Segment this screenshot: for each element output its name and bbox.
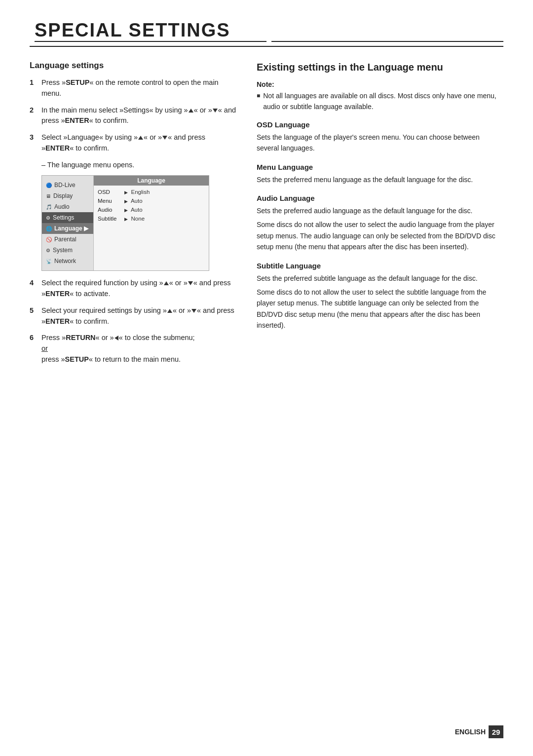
- page-title: SPECIAL SETTINGS: [30, 20, 503, 47]
- subtitle-language-section: Subtitle Language Sets the preferred sub…: [257, 262, 503, 331]
- menu-language-section: Menu Language Sets the preferred menu la…: [257, 163, 503, 185]
- menu-language-title: Menu Language: [257, 163, 503, 171]
- arrow-auto1: ▶: [124, 199, 128, 204]
- value-osd: ▶ English: [124, 188, 150, 196]
- step-4-num: 4: [30, 278, 38, 300]
- up-arrow-icon-3: [164, 281, 169, 285]
- setup-keyword-2: SETUP: [65, 355, 89, 363]
- down-arrow-icon-3: [188, 281, 193, 285]
- menu-settings: ⚙ Settings: [42, 212, 93, 223]
- footer-language: ENGLISH: [455, 728, 486, 736]
- value-audio: ▶ Auto: [124, 205, 150, 214]
- title-rule: [271, 41, 503, 42]
- menu-network: 📡 Network: [42, 256, 93, 266]
- step-1: 1 Press »SETUP« on the remote control to…: [30, 77, 237, 99]
- step-5: 5 Select your required settings by using…: [30, 305, 237, 327]
- steps-list: 1 Press »SETUP« on the remote control to…: [30, 77, 237, 154]
- or-text: or: [41, 344, 48, 352]
- up-arrow-icon-1: [189, 109, 193, 113]
- menu-system: ⚙ System: [42, 245, 93, 256]
- step-6-num: 6: [30, 333, 38, 365]
- down-arrow-icon-4: [191, 309, 196, 313]
- enter-keyword-1: ENTER: [65, 116, 89, 124]
- subtitle-language-text-1: Sets the preferred subtitle language as …: [257, 273, 503, 284]
- arrow-none: ▶: [124, 217, 128, 222]
- bd-live-icon: 🔵: [46, 183, 52, 188]
- label-osd: OSD: [98, 188, 116, 196]
- enter-keyword-2: ENTER: [45, 144, 70, 152]
- parental-label: Parental: [54, 236, 76, 243]
- down-arrow-icon-1: [213, 109, 218, 113]
- label-audio: Audio: [98, 205, 116, 214]
- steps-list-2: 4 Select the required function by using …: [30, 278, 237, 365]
- label-menu: Menu: [98, 196, 116, 205]
- system-icon: ⚙: [46, 248, 50, 253]
- note-title: Note:: [257, 80, 503, 88]
- menu-main-header: Language: [94, 176, 209, 186]
- network-label: Network: [54, 258, 76, 265]
- menu-screenshot: 🔵 BD-Live 🖥 Display 🎵 Audio ⚙ Settings 🌐: [41, 175, 209, 271]
- value-subtitle: ▶ None: [124, 214, 150, 223]
- step-4-content: Select the required function by using »«…: [41, 278, 237, 300]
- step-5-content: Select your required settings by using »…: [41, 305, 237, 327]
- osd-language-title: OSD Language: [257, 120, 503, 129]
- note-item: ■ Not all languages are available on all…: [257, 90, 503, 113]
- language-label: Language ▶: [54, 225, 88, 232]
- footer: ENGLISH 29: [455, 725, 503, 738]
- language-icon: 🌐: [46, 226, 52, 231]
- label-subtitle: Subtitle: [98, 214, 116, 223]
- menu-labels: OSD Menu Audio Subtitle: [94, 186, 120, 225]
- settings-icon: ⚙: [46, 215, 50, 221]
- step-4: 4 Select the required function by using …: [30, 278, 237, 300]
- note-box: Note: ■ Not all languages are available …: [257, 80, 503, 113]
- step-6: 6 Press »RETURN« or »« to close the subm…: [30, 333, 237, 365]
- menu-language-text: Sets the preferred menu language as the …: [257, 174, 503, 185]
- step-2-content: In the main menu select »Settings« by us…: [41, 105, 237, 127]
- settings-label: Settings: [53, 214, 74, 221]
- bd-live-label: BD-Live: [54, 182, 76, 189]
- value-menu: ▶ Auto: [124, 196, 150, 205]
- menu-audio: 🎵 Audio: [42, 201, 93, 212]
- arrow-auto2: ▶: [124, 208, 128, 213]
- arrow-english: ▶: [124, 190, 128, 195]
- step-2-num: 2: [30, 105, 38, 127]
- setup-keyword-1: SETUP: [66, 78, 89, 86]
- menu-main-panel: Language OSD Menu Audio Subtitle ▶ Engli…: [94, 176, 209, 270]
- enter-keyword-3: ENTER: [45, 290, 70, 298]
- audio-language-title: Audio Language: [257, 194, 503, 202]
- step-1-content: Press »SETUP« on the remote control to o…: [41, 77, 237, 99]
- return-keyword: RETURN: [66, 334, 95, 341]
- existing-settings-title: Existing settings in the Language menu: [257, 61, 503, 74]
- enter-keyword-4: ENTER: [45, 317, 70, 325]
- audio-icon: 🎵: [46, 204, 52, 210]
- display-icon: 🖥: [46, 193, 51, 199]
- menu-values: ▶ English ▶ Auto ▶ Auto ▶ None: [120, 186, 153, 225]
- down-arrow-icon-2: [162, 136, 167, 140]
- menu-main-body: OSD Menu Audio Subtitle ▶ English ▶ Auto…: [94, 186, 209, 225]
- language-settings-title: Language settings: [30, 61, 237, 71]
- audio-label: Audio: [54, 203, 70, 210]
- step-3-content: Select »Language« by using »« or »« and …: [41, 132, 237, 154]
- note-bullet: ■: [257, 91, 260, 113]
- up-arrow-icon-2: [138, 136, 143, 140]
- audio-language-text-2: Some discs do not allow the user to sele…: [257, 219, 503, 252]
- parental-icon: 🚫: [46, 237, 52, 242]
- audio-language-text-1: Sets the preferred audio language as the…: [257, 205, 503, 216]
- menu-bd-live: 🔵 BD-Live: [42, 180, 93, 190]
- up-arrow-icon-4: [167, 309, 172, 313]
- audio-language-section: Audio Language Sets the preferred audio …: [257, 194, 503, 253]
- menu-display: 🖥 Display: [42, 190, 93, 201]
- network-icon: 📡: [46, 259, 52, 264]
- subtitle-language-title: Subtitle Language: [257, 262, 503, 270]
- osd-language-text: Sets the language of the player's screen…: [257, 132, 503, 154]
- footer-page-number: 29: [489, 725, 503, 738]
- step-2: 2 In the main menu select »Settings« by …: [30, 105, 237, 127]
- step-1-num: 1: [30, 77, 38, 99]
- left-column: Language settings 1 Press »SETUP« on the…: [30, 61, 237, 371]
- right-column: Existing settings in the Language menu N…: [257, 61, 503, 371]
- menu-language: 🌐 Language ▶: [42, 223, 93, 234]
- display-label: Display: [53, 192, 73, 199]
- osd-language-section: OSD Language Sets the language of the pl…: [257, 120, 503, 154]
- step-3-num: 3: [30, 132, 38, 154]
- step-5-num: 5: [30, 305, 38, 327]
